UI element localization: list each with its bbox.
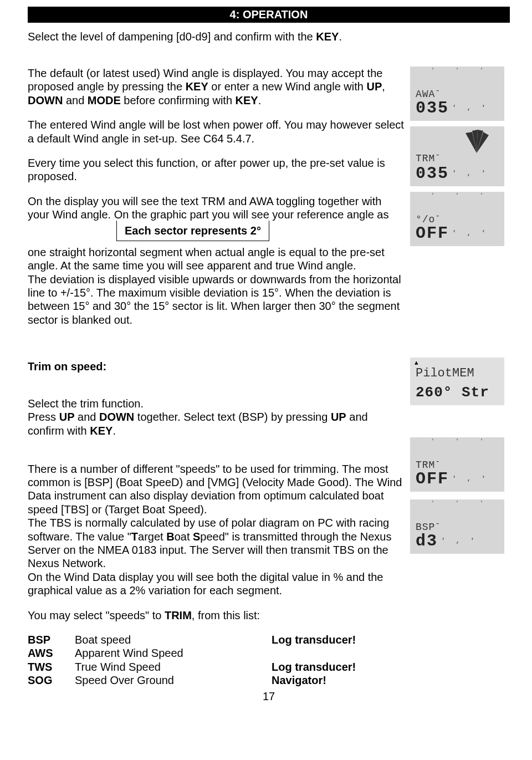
paragraph-4: On the display you will see the text TRM… [28, 195, 405, 222]
speed-note: Log transducer! [272, 633, 356, 646]
lcd-pilot-label: PilotMEM [416, 366, 474, 380]
speed-desc: Apparent Wind Speed [75, 646, 272, 660]
lcd-off1-label: °/o [416, 214, 435, 225]
speed-note: Log transducer! [272, 660, 356, 674]
lcd-pilot-value: 260° Str [416, 384, 489, 401]
up-3: UP [331, 411, 346, 423]
intro-paragraph: Select the level of dampening [d0-d9] an… [28, 30, 510, 43]
lcd-pilot: ▲ PilotMEM 260° Str [410, 358, 504, 405]
section-header: 4: OPERATION [28, 7, 510, 23]
down-2: DOWN [99, 411, 134, 423]
speed-desc: Boat speed [75, 633, 272, 646]
paragraph-6: Select the trim function. Press UP and D… [28, 384, 405, 438]
p1c: before confirming with [121, 94, 236, 106]
lcd-percent-off: ''' °/o- OFF' , ' [410, 192, 504, 246]
and-1: and [63, 94, 87, 106]
lcd-bsp: ''' BSP- d3' , ' [410, 499, 504, 554]
list-item: AWS Apparent Wind Speed [28, 646, 405, 660]
callout-box: Each sector represents 2° [116, 221, 269, 241]
lcd-off1-value: OFF [416, 224, 449, 243]
speed-desc: True Wind Speed [75, 660, 272, 674]
lcd-awa-label: AWA [416, 89, 435, 100]
up-1: UP [366, 80, 382, 93]
p8a: You may select "speeds" to [28, 609, 165, 621]
p7s: S [193, 531, 200, 543]
speed-desc: Speed Over Ground [75, 674, 272, 687]
lcd-awa-value: 035 [416, 99, 449, 118]
p6b: together. Select text (BSP) by pressing [134, 411, 331, 423]
p7arget: arget [138, 531, 166, 543]
list-item: SOG Speed Over Ground Navigator! [28, 674, 405, 687]
paragraph-8: You may select "speeds" to TRIM, from th… [28, 609, 405, 622]
lcd-bsp-value: d3 [416, 532, 438, 550]
fan-icon [460, 129, 493, 153]
p8b: , from this list: [192, 609, 260, 621]
trim-on-speed-heading: Trim on speed: [28, 360, 405, 373]
key-2: KEY [236, 94, 258, 106]
list-item: BSP Boat speed Log transducer! [28, 633, 405, 646]
paragraph-1: The default (or latest used) Wind angle … [28, 67, 405, 107]
lcd-trm-off: ''' TRM- OFF' , ' [410, 437, 504, 492]
key-1: KEY [186, 80, 208, 93]
and-2: and [74, 411, 99, 423]
lcd-trmoff-label: TRM [416, 460, 435, 471]
p1b: or enter a new Wind angle with [208, 80, 367, 93]
paragraph-7: There is a number of different "speeds" … [28, 448, 405, 597]
key-3: KEY [90, 425, 112, 437]
paragraph-2: The entered Wind angle will be lost when… [28, 118, 405, 145]
speed-note: Navigator! [272, 674, 326, 687]
list-item: TWS True Wind Speed Log transducer! [28, 660, 405, 674]
intro-text: Select the level of dampening [d0-d9] an… [28, 30, 316, 43]
mode-1: MODE [88, 94, 121, 106]
speed-list: BSP Boat speed Log transducer! AWS Appar… [28, 633, 405, 687]
paragraph-5: one straight horizontal segment when act… [28, 246, 405, 327]
lcd-trm-035: TRM- 035' , ' [410, 126, 504, 186]
lcd-trm-label: TRM [416, 153, 435, 164]
lcd-trmoff-value: OFF [416, 470, 449, 488]
down-1: DOWN [28, 94, 63, 106]
up-2: UP [59, 411, 75, 423]
lcd-awa: ''' AWA- 035' , ' [410, 67, 504, 121]
p7bb: B [166, 531, 174, 543]
speed-abbr: SOG [28, 674, 75, 687]
speed-abbr: AWS [28, 646, 75, 660]
p7t: T [131, 531, 138, 543]
key-label: KEY [316, 30, 339, 43]
lcd-trm-value: 035 [416, 164, 449, 183]
paragraph-3: Every time you select this function, or … [28, 156, 405, 183]
speed-abbr: TWS [28, 660, 75, 674]
page-number: 17 [28, 690, 510, 703]
speed-abbr: BSP [28, 633, 75, 646]
trim-word: TRIM [165, 609, 192, 621]
p7oat: oat [175, 531, 193, 543]
lcd-bsp-label: BSP [416, 522, 435, 533]
